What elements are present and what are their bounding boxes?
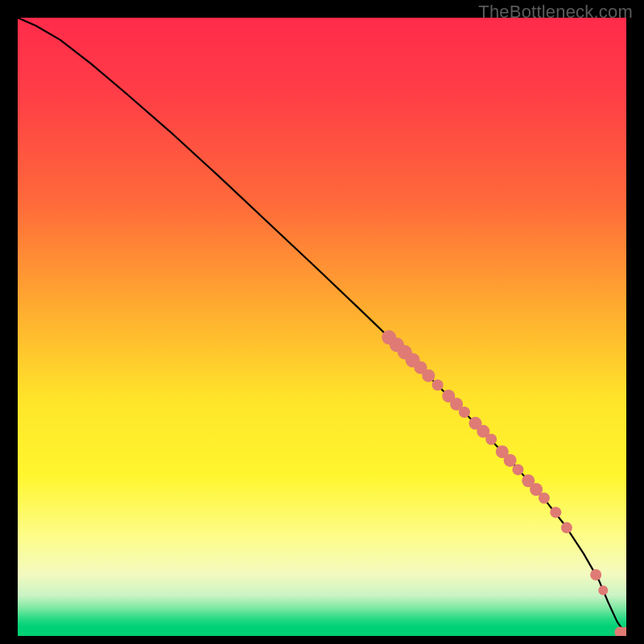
watermark-text: TheBottleneck.com [478,2,633,23]
marker-point [459,407,470,418]
chart-stage: TheBottleneck.com [0,0,644,644]
marker-point [598,585,608,595]
marker-point [422,369,435,382]
marker-point [561,522,572,534]
plot-area [18,18,626,636]
marker-point [550,506,561,518]
marker-point [504,454,517,467]
marker-point [539,493,550,504]
gradient-background [18,18,626,636]
marker-point [590,569,601,580]
marker-point [512,464,523,475]
chart-svg [18,18,626,636]
marker-point [485,434,497,445]
marker-point [432,379,444,390]
